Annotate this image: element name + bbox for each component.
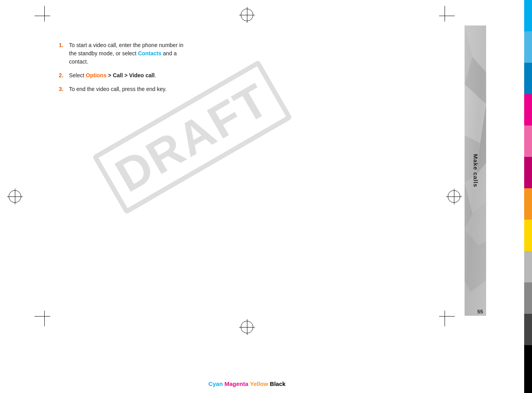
- crop-mark-tr-v: [445, 6, 445, 22]
- page-number: 55: [478, 309, 483, 315]
- side-tab: Make calls: [465, 25, 486, 316]
- instruction-list: 1. To start a video call, enter the phon…: [59, 41, 353, 93]
- cmyk-cyan-label: Cyan: [209, 380, 223, 387]
- magenta-strip: [524, 94, 532, 126]
- yellow-light-strip: [524, 220, 532, 251]
- cmyk-yellow-label: Yellow: [250, 380, 268, 387]
- instruction-item-3: 3. To end the video call, press the end …: [59, 85, 353, 93]
- instruction-item-2: 2. Select Options > Call > Video call.: [59, 71, 353, 80]
- magenta-light-strip: [524, 126, 532, 157]
- options-text: Options: [86, 72, 107, 78]
- crosshair-right: [446, 189, 462, 204]
- yellow-strip: [524, 188, 532, 220]
- item-text-1: To start a video call, enter the phone n…: [69, 41, 353, 66]
- crop-mark-tl-v: [44, 6, 45, 22]
- item-text-2: Select Options > Call > Video call.: [69, 71, 353, 80]
- main-content: 1. To start a video call, enter the phon…: [59, 41, 353, 99]
- cmyk-labels: Cyan Magenta Yellow Black: [209, 380, 286, 387]
- crosshair-top: [239, 7, 255, 23]
- crop-mark-tr-h: [439, 16, 455, 16]
- crop-mark-bl-h: [34, 316, 50, 317]
- draft-watermark: DRAFT: [110, 86, 274, 188]
- cyan-strip: [524, 0, 532, 31]
- gray-strip: [524, 251, 532, 282]
- crosshair-left: [7, 189, 23, 204]
- color-strips: [524, 0, 532, 393]
- contacts-link: Contacts: [138, 50, 162, 56]
- crop-mark-tl-h: [34, 16, 50, 16]
- crop-mark-br-v: [445, 311, 445, 326]
- cyan-light-strip: [524, 31, 532, 63]
- dark-gray-strip: [524, 282, 532, 314]
- crosshair-bottom: [239, 319, 255, 335]
- item-text-3: To end the video call, press the end key…: [69, 85, 353, 93]
- magenta-dark-strip: [524, 157, 532, 188]
- cyan-dark-strip: [524, 63, 532, 94]
- darker-gray-strip: [524, 314, 532, 345]
- item-number-1: 1.: [59, 41, 67, 49]
- cmyk-black-label: Black: [270, 380, 285, 387]
- crop-mark-bl-v: [44, 311, 45, 326]
- cmyk-magenta-label: Magenta: [224, 380, 248, 387]
- side-tab-label: Make calls: [472, 154, 479, 187]
- item-number-2: 2.: [59, 71, 67, 80]
- item-number-3: 3.: [59, 85, 67, 93]
- page: Make calls 55 1. To start a video call, …: [0, 0, 494, 393]
- instruction-item-1: 1. To start a video call, enter the phon…: [59, 41, 353, 66]
- black-strip: [524, 345, 532, 393]
- crop-mark-br-h: [439, 316, 455, 317]
